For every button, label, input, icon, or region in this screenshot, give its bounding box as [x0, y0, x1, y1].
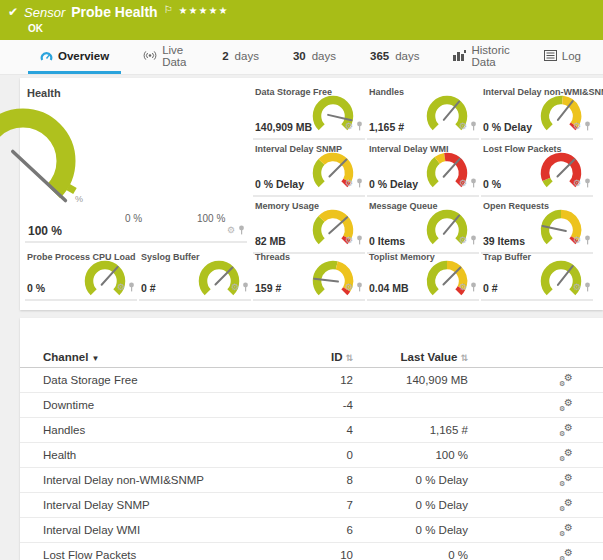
channel-id: 10 [293, 549, 353, 560]
gauge-value: 0 Items [369, 235, 405, 247]
column-header-last-value[interactable]: Last Value⇅ [353, 351, 468, 363]
gauge-title: Handles [369, 87, 404, 97]
channel-settings-icon[interactable]: ⚙⚙ [559, 524, 573, 536]
table-row-interval-delay-wmi[interactable]: Interval Delay WMI60 % Delay⚙⚙ [20, 518, 603, 543]
column-label: ID [331, 351, 343, 363]
column-header-channel[interactable]: Channel▼ [43, 351, 293, 363]
channel-id: 8 [293, 474, 353, 486]
table-row-data-storage-free[interactable]: Data Storage Free12140,909 MB⚙⚙ [20, 368, 603, 393]
tile-icons: ⚙ [459, 231, 477, 249]
tab-number: 365 [370, 50, 389, 62]
pin-icon [584, 178, 591, 188]
gauge-value: 140,909 MB [255, 121, 312, 133]
tab-live-data[interactable]: Live Data [131, 40, 200, 74]
gauge-value: 100 % [28, 224, 62, 238]
channel-settings-icon[interactable]: ⚙⚙ [559, 449, 573, 461]
gear-icon[interactable]: ⚙ [227, 226, 235, 235]
chart-icon [453, 50, 466, 61]
flag-icon[interactable]: ⚐ [164, 4, 173, 15]
pin-icon[interactable] [584, 117, 591, 135]
pin-icon[interactable] [470, 117, 477, 135]
gear-icon[interactable]: ⚙ [573, 179, 581, 188]
column-header-id[interactable]: ID⇅ [293, 351, 353, 363]
health-gauge-tile: Health % 0 % 100 % 100 % ⚙ [25, 85, 247, 243]
gear-icon[interactable]: ⚙ [459, 122, 467, 131]
channel-settings-icon[interactable]: ⚙⚙ [559, 399, 573, 411]
pin-icon[interactable] [242, 278, 249, 296]
gear-icon[interactable]: ⚙ [117, 283, 125, 292]
tab-30-days[interactable]: 30days [281, 40, 348, 74]
pin-icon[interactable] [470, 174, 477, 192]
pin-icon [470, 178, 477, 188]
page-title: Probe Health [71, 4, 157, 20]
tab-365-days[interactable]: 365days [358, 40, 431, 74]
gauge-max-label: 100 % [197, 213, 225, 224]
pin-icon[interactable] [584, 174, 591, 192]
channel-settings-icon[interactable]: ⚙⚙ [559, 474, 573, 486]
table-row-health[interactable]: Health0100 %⚙⚙ [20, 443, 603, 468]
pin-icon[interactable] [584, 231, 591, 249]
table-row-interval-delay-snmp[interactable]: Interval Delay SNMP70 % Delay⚙⚙ [20, 493, 603, 518]
channel-name: Interval Delay WMI [43, 524, 293, 536]
gear-icon[interactable]: ⚙ [345, 236, 353, 245]
tab-2-days[interactable]: 2days [210, 40, 271, 74]
tab-label: Historic Data [471, 44, 509, 68]
gauge-title: Trap Buffer [483, 252, 531, 262]
pin-icon [584, 235, 591, 245]
pin-icon[interactable] [356, 231, 363, 249]
gauge-tile-message-queue: Message Queue0 Items⚙ [367, 199, 479, 254]
channel-id: -4 [293, 399, 353, 411]
status-check-icon: ✔ [8, 5, 18, 19]
gear-icon[interactable]: ⚙ [459, 179, 467, 188]
channel-last-value: 100 % [353, 449, 468, 461]
gear-icon[interactable]: ⚙ [573, 236, 581, 245]
pin-icon [356, 282, 363, 292]
channel-settings-icon[interactable]: ⚙⚙ [559, 424, 573, 436]
sensor-header: ✔ Sensor Probe Health ⚐ ★★★★★ OK [0, 0, 603, 40]
column-label: Channel [43, 351, 88, 363]
gauge-tile-syslog-buffer: Syslog Buffer0 #⚙ [139, 250, 251, 301]
sort-icon: ⇅ [345, 353, 353, 363]
channel-id: 4 [293, 424, 353, 436]
pin-icon[interactable] [238, 221, 245, 239]
table-row-downtime[interactable]: Downtime-4⚙⚙ [20, 393, 603, 418]
gauge-value: 0 % [27, 282, 45, 294]
gear-icon[interactable]: ⚙ [345, 122, 353, 131]
gear-icon[interactable]: ⚙ [345, 179, 353, 188]
pin-icon[interactable] [356, 278, 363, 296]
tile-icons: ⚙ [573, 231, 591, 249]
gear-icon[interactable]: ⚙ [345, 283, 353, 292]
gear-icon[interactable]: ⚙ [459, 283, 467, 292]
table-row-lost-flow-packets[interactable]: Lost Flow Packets100 %⚙⚙ [20, 543, 603, 560]
channel-table-panel: Channel▼ID⇅Last Value⇅ Data Storage Free… [20, 318, 603, 560]
tile-icons: ⚙ [345, 278, 363, 296]
sensor-type-label: Sensor [24, 5, 65, 20]
channel-settings-icon[interactable]: ⚙⚙ [559, 549, 573, 560]
table-row-handles[interactable]: Handles41,165 #⚙⚙ [20, 418, 603, 443]
pin-icon[interactable] [356, 174, 363, 192]
channel-name: Handles [43, 424, 293, 436]
pin-icon[interactable] [470, 231, 477, 249]
channel-settings-icon[interactable]: ⚙⚙ [559, 499, 573, 511]
gear-icon[interactable]: ⚙ [573, 283, 581, 292]
pin-icon[interactable] [584, 278, 591, 296]
tab-log[interactable]: Log [532, 40, 593, 74]
priority-stars[interactable]: ★★★★★ [179, 5, 229, 16]
channel-settings-icon[interactable]: ⚙⚙ [559, 374, 573, 386]
pin-icon[interactable] [356, 117, 363, 135]
gear-icon[interactable]: ⚙ [573, 122, 581, 131]
channel-last-value: 0 % Delay [353, 499, 468, 511]
pin-icon[interactable] [128, 278, 135, 296]
table-row-interval-delay-non-wmi-snmp[interactable]: Interval Delay non-WMI&SNMP80 % Delay⚙⚙ [20, 468, 603, 493]
pin-icon [356, 235, 363, 245]
gauge-tile-interval-delay-wmi: Interval Delay WMI0 % Delay⚙ [367, 142, 479, 197]
gear-icon[interactable]: ⚙ [459, 236, 467, 245]
gear-icon[interactable]: ⚙ [231, 283, 239, 292]
gauge-unit-marker: % [75, 194, 83, 204]
gauge-icon [40, 50, 53, 62]
tab-overview[interactable]: Overview [28, 40, 121, 74]
pin-icon[interactable] [470, 278, 477, 296]
pin-icon [356, 178, 363, 188]
channel-name: Downtime [43, 399, 293, 411]
tab-historic-data[interactable]: Historic Data [441, 40, 521, 74]
